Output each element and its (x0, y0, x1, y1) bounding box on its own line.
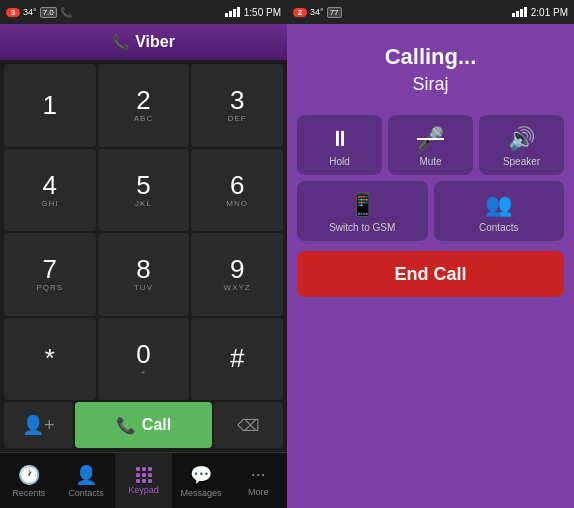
contacts-call-button[interactable]: 👥 Contacts (434, 181, 565, 241)
speaker-icon: 🔊 (508, 126, 535, 152)
speaker-button[interactable]: 🔊 Speaker (479, 115, 564, 175)
end-call-label: End Call (394, 264, 466, 285)
signal-bars-left (225, 7, 240, 17)
calling-section: Calling... Siraj (287, 24, 574, 105)
key-sub-1: ABC (134, 114, 153, 123)
key-sub-2: DEF (228, 114, 247, 123)
key-0[interactable]: 0+ (98, 318, 190, 401)
contacts-call-icon: 👥 (485, 192, 512, 218)
key-sub-7: TUV (134, 283, 153, 292)
key-1[interactable]: 1 (4, 64, 96, 147)
signal-bars-right (512, 7, 527, 17)
key-main-1: 2 (136, 87, 150, 113)
call-button-label: Call (142, 416, 171, 434)
nav-recents-label: Recents (12, 488, 45, 498)
left-panel: 3 34° 7.0 📞 1:50 PM 📞 Viber 12ABC3DEF4GH… (0, 0, 287, 508)
key-sub-6: PQRS (36, 283, 63, 292)
nav-contacts[interactable]: 👤 Contacts (57, 453, 114, 508)
key-9[interactable]: 9WXYZ (191, 233, 283, 316)
hold-icon: ⏸ (329, 126, 351, 152)
right-panel: 2 34° 77 2:01 PM Calling... Siraj ⏸ Hold (287, 0, 574, 508)
contacts-icon: 👤 (75, 464, 97, 486)
recents-icon: 🕐 (18, 464, 40, 486)
callee-name: Siraj (297, 74, 564, 95)
shield-badge-left: 7.0 (40, 7, 57, 18)
hold-button[interactable]: ⏸ Hold (297, 115, 382, 175)
mute-icon: 🎤 (417, 126, 444, 152)
key-sub-4: JKL (135, 199, 152, 208)
controls-row-1: ⏸ Hold 🎤 Mute 🔊 Speaker (297, 115, 564, 175)
keypad-icon (136, 467, 152, 483)
keypad-dots-icon (136, 467, 152, 483)
mute-button[interactable]: 🎤 Mute (388, 115, 473, 175)
switch-gsm-button[interactable]: 📱 Switch to GSM (297, 181, 428, 241)
call-phone-icon: 📞 (116, 416, 136, 435)
key-2[interactable]: 2ABC (98, 64, 190, 147)
key-hash[interactable]: # (191, 318, 283, 401)
temp-left: 34° (23, 7, 37, 17)
key-sub-5: MNO (226, 199, 248, 208)
nav-keypad-label: Keypad (128, 485, 159, 495)
nav-recents[interactable]: 🕐 Recents (0, 453, 57, 508)
controls-area: ⏸ Hold 🎤 Mute 🔊 Speaker 📱 Switch to GSM … (287, 105, 574, 508)
key-main-7: 8 (136, 256, 150, 282)
shield-badge-right: 77 (327, 7, 342, 18)
key-7[interactable]: 7PQRS (4, 233, 96, 316)
messages-icon: 💬 (190, 464, 212, 486)
key-main-9: * (45, 345, 55, 371)
switch-gsm-label: Switch to GSM (329, 222, 395, 233)
viber-phone-icon: 📞 (112, 34, 129, 50)
key-main-3: 4 (43, 172, 57, 198)
temp-right: 34° (310, 7, 324, 17)
status-bar-right: 2 34° 77 2:01 PM (287, 0, 574, 24)
nav-more-label: More (248, 487, 269, 497)
mute-label: Mute (419, 156, 441, 167)
bottom-nav-left: 🕐 Recents 👤 Contacts Keypad 💬 Messages ·… (0, 452, 287, 508)
key-main-0: 1 (43, 92, 57, 118)
add-contact-icon: 👤+ (22, 414, 55, 436)
switch-gsm-icon: 📱 (349, 192, 376, 218)
key-3[interactable]: 3DEF (191, 64, 283, 147)
dialpad-area: 12ABC3DEF4GHI5JKL6MNO7PQRS8TUV9WXYZ*0+# … (0, 60, 287, 452)
key-main-10: 0 (136, 341, 150, 367)
nav-contacts-label: Contacts (68, 488, 104, 498)
phone-icon-left: 📞 (60, 7, 72, 18)
key-main-11: # (230, 345, 244, 371)
key-sub-3: GHI (41, 199, 58, 208)
key-main-8: 9 (230, 256, 244, 282)
key-5[interactable]: 5JKL (98, 149, 190, 232)
key-sub-8: WXYZ (224, 283, 251, 292)
call-button[interactable]: 📞 Call (75, 402, 213, 448)
notification-badge-right: 2 (293, 8, 307, 17)
status-bar-left: 3 34° 7.0 📞 1:50 PM (0, 0, 287, 24)
key-sub-10: + (141, 368, 147, 377)
nav-messages[interactable]: 💬 Messages (172, 453, 229, 508)
nav-messages-label: Messages (180, 488, 221, 498)
key-main-2: 3 (230, 87, 244, 113)
key-main-5: 6 (230, 172, 244, 198)
keypad-grid: 12ABC3DEF4GHI5JKL6MNO7PQRS8TUV9WXYZ*0+# (4, 64, 283, 400)
time-left: 1:50 PM (244, 7, 281, 18)
nav-keypad[interactable]: Keypad (115, 453, 172, 508)
more-icon: ··· (251, 464, 266, 485)
action-row: 👤+ 📞 Call ⌫ (4, 402, 283, 448)
time-right: 2:01 PM (531, 7, 568, 18)
key-8[interactable]: 8TUV (98, 233, 190, 316)
add-contact-button[interactable]: 👤+ (4, 402, 73, 448)
key-star[interactable]: * (4, 318, 96, 401)
controls-row-2: 📱 Switch to GSM 👥 Contacts (297, 181, 564, 241)
backspace-button[interactable]: ⌫ (214, 402, 283, 448)
hold-label: Hold (329, 156, 350, 167)
nav-more[interactable]: ··· More (230, 453, 287, 508)
key-main-6: 7 (43, 256, 57, 282)
speaker-label: Speaker (503, 156, 540, 167)
end-call-button[interactable]: End Call (297, 251, 564, 297)
key-main-4: 5 (136, 172, 150, 198)
notification-badge-left: 3 (6, 8, 20, 17)
key-6[interactable]: 6MNO (191, 149, 283, 232)
calling-label: Calling... (297, 44, 564, 70)
viber-title: Viber (135, 33, 175, 51)
key-4[interactable]: 4GHI (4, 149, 96, 232)
backspace-icon: ⌫ (237, 416, 260, 435)
viber-header: 📞 Viber (0, 24, 287, 60)
